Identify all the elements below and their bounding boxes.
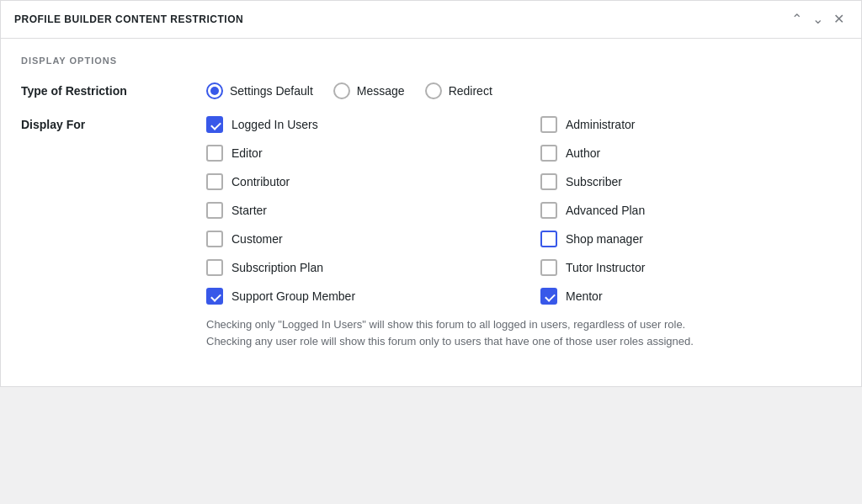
- checkbox-editor-input[interactable]: [206, 145, 223, 162]
- display-for-content: Logged In Users Administrator Editor Aut…: [206, 116, 841, 349]
- checkbox-administrator-input[interactable]: [540, 116, 557, 133]
- type-of-restriction-label: Type of Restriction: [21, 82, 206, 98]
- checkbox-contributor[interactable]: Contributor: [206, 173, 507, 190]
- checkbox-starter-label: Starter: [231, 204, 267, 217]
- radio-settings-default-label: Settings Default: [230, 84, 313, 98]
- display-for-label: Display For: [21, 116, 206, 131]
- radio-message[interactable]: Message: [333, 82, 405, 99]
- checkbox-grid: Logged In Users Administrator Editor Aut…: [206, 116, 841, 305]
- checkbox-starter-input[interactable]: [206, 202, 223, 219]
- checkbox-tutor-instructor[interactable]: Tutor Instructor: [540, 259, 841, 276]
- radio-settings-default[interactable]: Settings Default: [206, 82, 313, 99]
- restriction-options: Settings Default Message Redirect: [206, 82, 841, 99]
- help-line-2: Checking any user role will show this fo…: [206, 333, 841, 350]
- checkbox-author-label: Author: [566, 146, 600, 160]
- help-line-1: Checking only "Logged In Users" will sho…: [206, 316, 841, 333]
- display-for-row: Display For Logged In Users Administrato…: [21, 116, 841, 349]
- checkbox-support-group-member[interactable]: Support Group Member: [206, 288, 507, 305]
- checkbox-customer-input[interactable]: [206, 231, 223, 247]
- widget-container: PROFILE BUILDER CONTENT RESTRICTION ⌃ ⌄ …: [0, 0, 862, 387]
- widget-title: PROFILE BUILDER CONTENT RESTRICTION: [14, 13, 243, 25]
- checkbox-advanced-plan[interactable]: Advanced Plan: [540, 202, 841, 219]
- checkbox-editor-label: Editor: [231, 146, 263, 160]
- checkbox-mentor[interactable]: Mentor: [540, 288, 841, 305]
- checkbox-subscriber-input[interactable]: [540, 173, 557, 190]
- widget-down-button[interactable]: ⌄: [809, 11, 827, 28]
- checkbox-advanced-plan-input[interactable]: [540, 202, 557, 219]
- checkbox-editor[interactable]: Editor: [206, 145, 507, 162]
- radio-redirect-input[interactable]: [425, 82, 442, 99]
- checkbox-support-group-member-input[interactable]: [206, 288, 223, 305]
- checkbox-support-group-member-label: Support Group Member: [231, 289, 355, 303]
- checkbox-author-input[interactable]: [540, 145, 557, 162]
- widget-body: DISPLAY OPTIONS Type of Restriction Sett…: [1, 39, 861, 386]
- checkbox-subscription-plan-input[interactable]: [206, 259, 223, 276]
- checkbox-contributor-label: Contributor: [231, 175, 290, 188]
- checkbox-customer[interactable]: Customer: [206, 231, 507, 247]
- checkbox-logged-in-users-label: Logged In Users: [231, 118, 318, 131]
- checkbox-subscription-plan-label: Subscription Plan: [231, 261, 323, 274]
- radio-settings-default-input[interactable]: [206, 82, 223, 99]
- radio-redirect-label: Redirect: [449, 84, 492, 98]
- checkbox-shop-manager[interactable]: Shop manager: [540, 231, 841, 247]
- checkbox-customer-label: Customer: [231, 232, 283, 246]
- checkbox-administrator-label: Administrator: [566, 118, 635, 131]
- widget-up-button[interactable]: ⌃: [788, 11, 806, 28]
- help-text: Checking only "Logged In Users" will sho…: [206, 316, 841, 349]
- checkbox-author[interactable]: Author: [540, 145, 841, 162]
- checkbox-tutor-instructor-input[interactable]: [540, 259, 557, 276]
- checkbox-starter[interactable]: Starter: [206, 202, 507, 219]
- radio-message-label: Message: [357, 84, 405, 98]
- radio-group: Settings Default Message Redirect: [206, 82, 841, 99]
- checkbox-shop-manager-label: Shop manager: [566, 232, 643, 246]
- checkbox-contributor-input[interactable]: [206, 173, 223, 190]
- checkbox-tutor-instructor-label: Tutor Instructor: [566, 261, 645, 274]
- checkbox-subscriber-label: Subscriber: [566, 175, 622, 188]
- checkbox-shop-manager-input[interactable]: [540, 231, 557, 247]
- widget-controls: ⌃ ⌄ ✕: [788, 11, 848, 28]
- widget-header: PROFILE BUILDER CONTENT RESTRICTION ⌃ ⌄ …: [1, 1, 861, 39]
- display-options-label: DISPLAY OPTIONS: [21, 56, 841, 66]
- radio-redirect[interactable]: Redirect: [425, 82, 492, 99]
- checkbox-mentor-input[interactable]: [540, 288, 557, 305]
- checkbox-subscriber[interactable]: Subscriber: [540, 173, 841, 190]
- checkbox-advanced-plan-label: Advanced Plan: [566, 204, 645, 217]
- checkbox-subscription-plan[interactable]: Subscription Plan: [206, 259, 507, 276]
- widget-expand-button[interactable]: ✕: [830, 11, 848, 28]
- checkbox-administrator[interactable]: Administrator: [540, 116, 841, 133]
- type-of-restriction-row: Type of Restriction Settings Default Mes…: [21, 82, 841, 99]
- checkbox-mentor-label: Mentor: [566, 289, 603, 303]
- checkbox-logged-in-users-input[interactable]: [206, 116, 223, 133]
- radio-message-input[interactable]: [333, 82, 350, 99]
- checkbox-logged-in-users[interactable]: Logged In Users: [206, 116, 507, 133]
